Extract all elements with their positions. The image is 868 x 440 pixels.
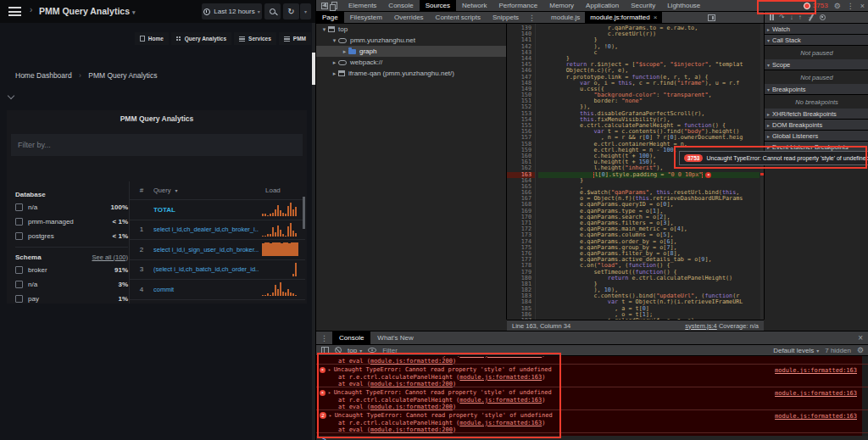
sidebar-section-call-stack[interactable]: ▾Call Stack	[765, 35, 868, 46]
panel-scrollbar[interactable]	[303, 197, 305, 229]
checkbox[interactable]	[15, 232, 23, 240]
device-toolbar-icon[interactable]	[331, 2, 337, 9]
stack-link[interactable]: module.js:formatted:200	[370, 404, 453, 410]
step-into-icon[interactable]: ↓	[790, 14, 793, 21]
col-num[interactable]: #	[130, 187, 153, 194]
devtools-tab-lighthouse[interactable]: Lighthouse	[661, 0, 706, 11]
collapse-row-icon[interactable]	[8, 92, 14, 99]
step-out-icon[interactable]: ↑	[798, 14, 802, 21]
stack-link[interactable]: module.js:formatted:200	[370, 381, 453, 387]
panel-title[interactable]: PMM Query Analytics	[7, 114, 307, 123]
source-link[interactable]: module.js:formatted:163	[775, 367, 857, 375]
nav-tab-pmm[interactable]: PMM	[279, 32, 311, 45]
sidebar-section-xhr-fetch-breakpoints[interactable]: ▸XHR/fetch Breakpoints	[765, 109, 868, 120]
stack-link[interactable]: module.js:formatted:200	[370, 426, 453, 433]
tab-whats-new[interactable]: What's New	[370, 331, 420, 344]
deactivate-breakpoints-icon[interactable]	[807, 14, 815, 21]
zoom-out-button[interactable]	[264, 3, 281, 19]
menu-icon[interactable]	[8, 7, 21, 16]
see-all-link[interactable]: See all (100)	[92, 253, 128, 261]
log-levels-dropdown[interactable]: Default levels▾	[773, 347, 819, 354]
filter-item[interactable]: n/a100%	[15, 200, 128, 214]
devtools-tab-performance[interactable]: Performance	[492, 0, 543, 11]
breadcrumb-home[interactable]: Home Dashboard	[15, 71, 72, 80]
source-link[interactable]: module.js:formatted:163	[775, 413, 857, 421]
tree-item-top[interactable]: ▾top	[316, 24, 506, 35]
sources-tab-filesystem[interactable]: Filesystem	[344, 12, 388, 23]
expand-icon[interactable]: ▸	[329, 412, 332, 420]
chevron-right-icon[interactable]: ▸	[341, 48, 348, 55]
close-tab-icon[interactable]: ×	[654, 14, 658, 21]
query-link[interactable]: commit	[153, 286, 259, 293]
live-expression-icon[interactable]	[368, 348, 376, 353]
editor-tab-module-js-formatted[interactable]: module.js:formatted×	[585, 12, 662, 23]
col-query[interactable]: Query▾	[153, 187, 259, 194]
refresh-button[interactable]: ↻	[283, 3, 299, 19]
stack-link[interactable]: module.js:formatted:163	[459, 420, 542, 426]
more-options-icon[interactable]: ⋮	[316, 334, 332, 343]
console-settings-icon[interactable]: ⚙	[857, 346, 864, 354]
tree-item-graph[interactable]: ▸graph	[316, 46, 506, 57]
chevron-right-icon[interactable]: ▸	[331, 70, 338, 77]
chevron-right-icon[interactable]: ▸	[331, 59, 338, 66]
nav-tab-home[interactable]: Home	[135, 32, 169, 45]
filter-item[interactable]: postgres< 1%	[15, 229, 128, 243]
sourcemap-link[interactable]: system.js:4	[685, 322, 717, 330]
step-over-icon[interactable]: ↷	[779, 14, 785, 21]
dashboard-title[interactable]: PMM Query Analytics▾	[39, 6, 136, 16]
stack-link[interactable]: module.js:formatted:200	[370, 358, 453, 365]
filter-item[interactable]: pay1%	[15, 292, 128, 304]
context-selector[interactable]: top▾	[348, 347, 362, 354]
devtools-tab-security[interactable]: Security	[625, 0, 661, 11]
sidebar-section-dom-breakpoints[interactable]: ▸DOM Breakpoints	[765, 120, 868, 131]
checkbox[interactable]	[15, 203, 23, 211]
filter-item[interactable]: n/a3%	[15, 277, 128, 292]
sidebar-section-breakpoints[interactable]: ▾Breakpoints	[765, 84, 868, 95]
query-link[interactable]: select i_id,i_sign_user_id,ch_broker...	[153, 246, 259, 253]
devtools-tab-network[interactable]: Network	[456, 0, 492, 11]
refresh-interval-dropdown[interactable]: ▾	[300, 3, 311, 19]
devtools-tab-elements[interactable]: Elements	[342, 0, 382, 11]
devtools-tab-memory[interactable]: Memory	[543, 0, 580, 11]
clear-console-icon[interactable]	[335, 347, 342, 354]
pause-on-exceptions-icon[interactable]	[820, 14, 826, 20]
nav-tab-query-analytics[interactable]: Query Analytics	[171, 32, 231, 45]
pause-icon[interactable]	[770, 14, 774, 20]
checkbox[interactable]	[15, 266, 23, 274]
code-editor[interactable]: 1391401411421431441451461471481491501511…	[507, 24, 764, 320]
query-link[interactable]: TOTAL	[153, 206, 259, 214]
source-link[interactable]: module.js:formatted:163	[775, 390, 857, 398]
filter-item[interactable]: broker91%	[15, 263, 128, 277]
error-count-badge[interactable]: 3753	[804, 2, 828, 9]
filter-item[interactable]: pmm-managed< 1%	[15, 214, 128, 229]
stack-link[interactable]: module.js:formatted:163	[459, 356, 542, 358]
sources-tab-snippets[interactable]: Snippets	[487, 12, 525, 23]
sidebar-section-global-listeners[interactable]: ▸Global Listeners	[765, 131, 868, 142]
devtools-tab-console[interactable]: Console	[382, 0, 419, 11]
sources-tab-content-scripts[interactable]: Content scripts	[430, 12, 487, 23]
sources-tab-overrides[interactable]: Overrides	[388, 12, 430, 23]
devtools-tab-application[interactable]: Application	[580, 0, 625, 11]
chevron-down-icon[interactable]: ▾	[331, 37, 338, 44]
query-link[interactable]: select i_id,ch_dealer_id,ch_broker_i...	[153, 226, 259, 233]
more-tabs-icon[interactable]: ⋮	[525, 14, 539, 22]
console-prompt[interactable]: >	[316, 436, 868, 440]
time-range-picker[interactable]: Last 12 hours ▾	[202, 3, 262, 19]
query-link[interactable]: (select i_id,ch_batch_id,ch_order_id...	[153, 265, 259, 273]
checkbox[interactable]	[15, 295, 23, 303]
stack-link[interactable]: module.js:formatted:163	[459, 397, 542, 404]
devtools-tab-sources[interactable]: Sources	[420, 0, 456, 11]
close-drawer-icon[interactable]: ×	[858, 333, 868, 343]
tree-item-iframe-qan-pmm-yunzhanghu-net[interactable]: ▸iframe-qan (pmm.yunzhanghu.net/)	[316, 68, 506, 79]
nav-tab-services[interactable]: Services	[234, 32, 276, 45]
sidebar-section-scope[interactable]: ▾Scope	[765, 59, 868, 70]
filter-input[interactable]: Filter by...	[11, 134, 303, 156]
stack-link[interactable]: module.js:formatted:163	[459, 374, 542, 381]
tab-console[interactable]: Console	[332, 331, 370, 344]
sidebar-section-watch[interactable]: ▸Watch	[765, 24, 868, 35]
expand-icon[interactable]: ▸	[328, 389, 331, 397]
inspect-element-icon[interactable]	[321, 3, 328, 9]
tree-item-webpack[interactable]: ▸webpack://	[316, 57, 506, 68]
settings-gear-icon[interactable]: ⚙	[834, 2, 841, 10]
chevron-down-icon[interactable]: ▾	[320, 26, 328, 33]
